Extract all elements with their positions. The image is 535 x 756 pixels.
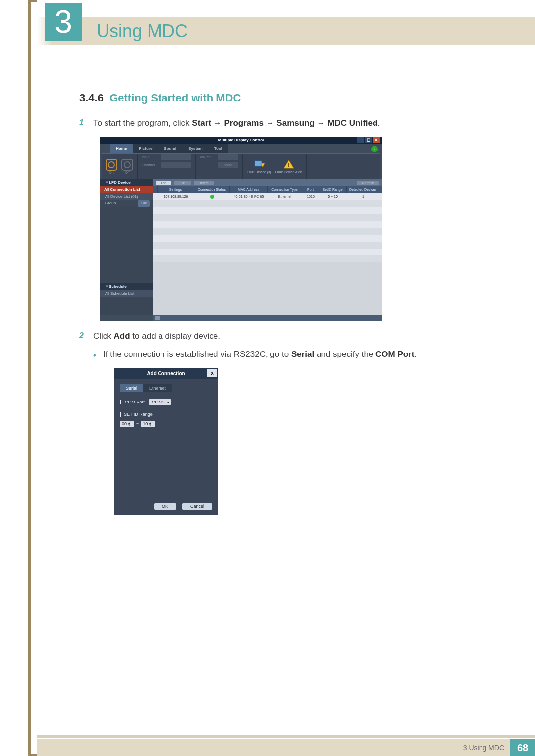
volume-select[interactable] [218,154,238,160]
horizontal-scrollbar[interactable] [153,315,382,321]
mdc-main-screenshot: Multiple Display Control – ◻ x ? Home Pi… [100,137,382,321]
window-buttons: – ◻ x [357,137,380,143]
channel-select[interactable] [160,162,191,168]
tab-home[interactable]: Home [110,144,133,153]
edit-button[interactable]: Edit [174,181,190,185]
add-connection-dialog: Add Connection x Serial Ethernet COM Por… [114,368,218,515]
close-icon[interactable]: x [207,369,217,377]
mute-button[interactable]: Mute [218,162,238,168]
step-2: 2 Click Add to add a display device. [79,329,488,343]
footer-chapter: 3 Using MDC [463,744,504,752]
dialog-title: Add Connection x [114,368,218,379]
sidebar: ▾ LFD Device All Connection List All Dev… [100,179,153,315]
step-1: 1 To start the program, click Start → Pr… [79,116,488,130]
dialog-tabs: Serial Ethernet [120,384,212,392]
ok-button[interactable]: OK [154,503,176,510]
delete-button[interactable]: Delete [194,181,214,185]
sidebar-schedule-header[interactable]: ▾ Schedule [100,283,153,290]
sidebar-group[interactable]: GroupEdit [100,200,153,207]
add-button[interactable]: Add [156,181,171,185]
footer-accent [37,735,535,738]
main-panel: Add Edit Delete Refresh SettingsConnecti… [153,179,382,315]
tab-ethernet[interactable]: Ethernet [143,384,172,392]
tab-picture[interactable]: Picture [133,144,158,153]
chapter-number: 3 [45,3,82,41]
sidebar-all-schedule[interactable]: All Schedule List [100,290,153,297]
set-id-from[interactable]: 00▴▾ [120,421,134,427]
group-edit-button[interactable]: Edit [138,200,150,207]
tab-serial[interactable]: Serial [120,384,143,392]
set-id-field: SET ID Range 00▴▾ ~ 10▴▾ [120,412,212,427]
connection-status-icon [210,195,214,199]
set-id-to[interactable]: 10▴▾ [141,421,155,427]
sidebar-lfd-header[interactable]: ▾ LFD Device [100,179,153,186]
left-bracket [28,0,37,756]
page-number: 68 [510,739,535,756]
svg-rect-4 [288,166,289,167]
com-port-field: COM Port COM1 [120,399,212,405]
svg-rect-3 [288,163,289,166]
table-header: SettingsConnection StatusMAC AddressConn… [153,186,382,193]
help-icon[interactable]: ? [371,146,378,152]
fault-device-icon[interactable]: Fault Device (0) [247,159,271,174]
power-on-icon[interactable] [106,159,117,171]
tab-sound[interactable]: Sound [158,144,182,153]
power-off-icon[interactable] [121,159,133,171]
section-heading: 3.4.6 Getting Started with MDC [79,92,488,104]
chapter-header: Using MDC [37,17,535,45]
sidebar-all-connection[interactable]: All Connection List [100,186,153,193]
sidebar-all-device[interactable]: All Device List (01) [100,193,153,200]
com-port-select[interactable]: COM1 [149,399,171,405]
step-2-bullet: ◆ If the connection is established via R… [93,350,488,361]
window-title: Multiple Display Control [100,137,382,144]
close-icon[interactable]: x [373,137,380,143]
ribbon-tabs: Home Picture Sound System Tool [110,144,228,153]
table-row[interactable]: 107.108.89.12640-61-86-4E-FC-65Ethernet1… [153,193,382,200]
fault-alert-icon[interactable]: Fault Device Alert [275,159,302,174]
minimize-icon[interactable]: – [357,137,364,143]
page-footer: 3 Using MDC 68 [37,739,535,756]
refresh-button[interactable]: Refresh [357,181,379,185]
maximize-icon[interactable]: ◻ [365,137,372,143]
tab-tool[interactable]: Tool [209,144,228,153]
content: 3.4.6 Getting Started with MDC 1 To star… [79,92,488,515]
input-select[interactable] [160,154,191,160]
cancel-button[interactable]: Cancel [182,503,212,510]
ribbon: On Off Input Channel Volume Mute Fault D… [102,153,380,179]
tab-system[interactable]: System [182,144,208,153]
chapter-title: Using MDC [97,21,188,42]
